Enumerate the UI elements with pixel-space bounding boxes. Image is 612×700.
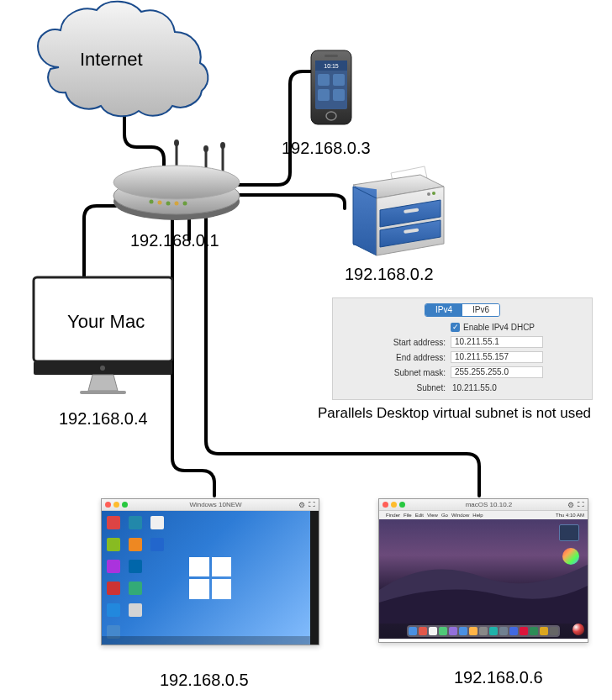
vm-windows-titlebar[interactable]: Windows 10NEW ⚙ ⛶ [102, 499, 319, 511]
window-controls[interactable] [105, 502, 128, 508]
subnet-label: Subnet: [333, 383, 451, 392]
menu-edit[interactable]: Edit [415, 513, 424, 518]
fullscreen-icon[interactable]: ⛶ [578, 501, 584, 508]
windows-desktop[interactable] [102, 511, 319, 645]
maximize-icon[interactable] [122, 502, 128, 508]
vm-win-ip-label: 192.168.0.5 [160, 671, 249, 690]
svg-point-3 [203, 145, 208, 152]
svg-point-27 [432, 192, 435, 195]
svg-point-8 [113, 166, 240, 199]
end-address-input[interactable]: 10.211.55.157 [451, 351, 543, 363]
fullscreen-icon[interactable]: ⛶ [309, 501, 315, 508]
menu-view[interactable]: View [427, 513, 438, 518]
router-icon [113, 139, 240, 220]
svg-point-11 [166, 202, 171, 206]
subnet-mask-label: Subnet mask: [333, 368, 451, 377]
start-address-label: Start address: [333, 338, 451, 347]
gear-icon[interactable]: ⚙ [567, 501, 574, 509]
svg-rect-23 [324, 55, 338, 57]
subnet-value: 10.211.55.0 [451, 383, 497, 392]
menu-window[interactable]: Window [451, 513, 469, 518]
ip-version-tabs[interactable]: IPv4 IPv6 [425, 303, 500, 317]
windows-logo-icon [189, 557, 231, 599]
gear-icon[interactable]: ⚙ [298, 501, 305, 509]
svg-rect-18 [318, 74, 330, 86]
svg-rect-32 [80, 391, 126, 394]
svg-point-9 [150, 200, 154, 204]
windows-taskbar-bottom[interactable] [102, 636, 310, 645]
menu-finder[interactable]: Finder [386, 513, 400, 518]
minimize-icon[interactable] [391, 502, 397, 508]
printer-ip-label: 192.168.0.2 [345, 265, 434, 284]
menu-file[interactable]: File [404, 513, 412, 518]
vm-macos: macOS 10.10.2 ⚙ ⛶ Finder File Edit View … [378, 498, 588, 643]
minimize-icon[interactable] [113, 502, 119, 508]
enable-dhcp-label: Enable IPv4 DHCP [463, 323, 535, 332]
svg-point-12 [175, 202, 179, 206]
desktop-icons[interactable] [107, 516, 166, 640]
svg-rect-19 [333, 74, 345, 86]
svg-point-28 [427, 192, 430, 196]
close-icon[interactable] [105, 502, 111, 508]
subnet-mask-input[interactable]: 255.255.255.0 [451, 366, 543, 378]
imac-icon [34, 277, 172, 394]
svg-point-13 [183, 202, 187, 206]
menubar-clock: Thu 4:10 AM [556, 513, 584, 518]
windows-taskbar-right[interactable] [310, 511, 319, 645]
menu-go[interactable]: Go [441, 513, 448, 518]
phone-icon: 10:15 [311, 50, 351, 124]
svg-text:10:15: 10:15 [324, 63, 339, 69]
vm-mac-ip-label: 192.168.0.6 [454, 668, 543, 687]
start-address-input[interactable]: 10.211.55.1 [451, 336, 543, 348]
svg-point-1 [174, 139, 179, 146]
macos-desktop[interactable] [379, 519, 588, 639]
svg-point-31 [100, 366, 105, 371]
vm-macos-titlebar[interactable]: macOS 10.10.2 ⚙ ⛶ [379, 499, 588, 511]
window-controls[interactable] [382, 502, 405, 508]
menu-help[interactable]: Help [472, 513, 483, 518]
tab-ipv6[interactable]: IPv6 [462, 304, 499, 316]
router-ip-label: 192.168.0.1 [130, 231, 219, 250]
mac-ip-label: 192.168.0.4 [59, 409, 148, 429]
svg-point-10 [158, 201, 162, 205]
wallpaper-dune [379, 548, 588, 624]
phone-ip-label: 192.168.0.3 [282, 139, 371, 158]
vm-macos-title: macOS 10.10.2 [410, 501, 567, 508]
svg-point-5 [220, 142, 225, 149]
dhcp-config-panel: IPv4 IPv6 ✓ Enable IPv4 DHCP Start addre… [332, 297, 593, 400]
svg-rect-21 [333, 89, 345, 101]
enable-dhcp-checkbox[interactable]: ✓ [451, 323, 460, 332]
tab-ipv4[interactable]: IPv4 [425, 304, 462, 316]
svg-rect-20 [318, 89, 330, 101]
maximize-icon[interactable] [399, 502, 405, 508]
macos-dock[interactable] [407, 625, 560, 637]
macos-menubar[interactable]: Finder File Edit View Go Window Help Thu… [379, 511, 588, 519]
desktop-drive-icon[interactable] [559, 524, 579, 541]
power-icon[interactable] [572, 624, 584, 635]
subnet-caption: Parallels Desktop virtual subnet is not … [318, 405, 591, 422]
mac-label: Your Mac [67, 311, 145, 333]
vm-windows: Windows 10NEW ⚙ ⛶ [101, 498, 319, 645]
printer-icon [353, 166, 444, 255]
end-address-label: End address: [333, 353, 451, 362]
close-icon[interactable] [382, 502, 388, 508]
vm-windows-title: Windows 10NEW [133, 501, 298, 508]
cloud-label: Internet [80, 49, 143, 71]
